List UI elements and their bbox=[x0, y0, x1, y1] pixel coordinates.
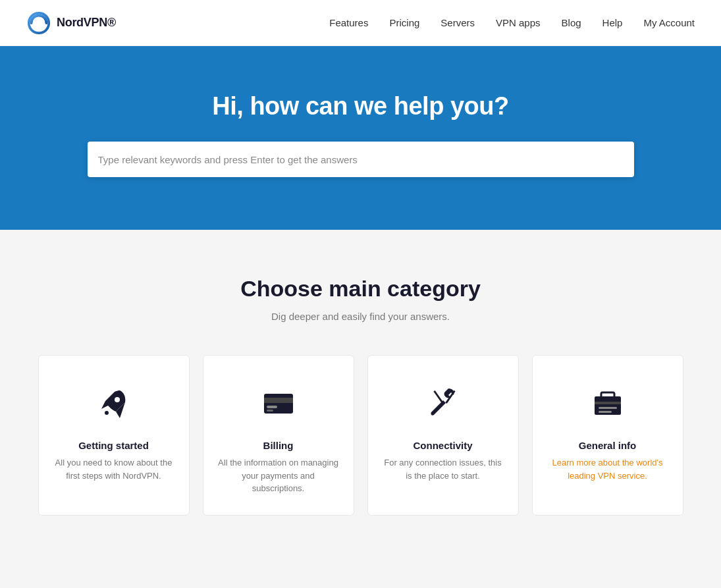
connectivity-desc: For any connection issues, this is the p… bbox=[381, 456, 505, 482]
category-card-general-info[interactable]: General info Learn more about the world'… bbox=[532, 355, 683, 516]
search-input[interactable] bbox=[98, 154, 624, 165]
category-card-connectivity[interactable]: Connectivity For any connection issues, … bbox=[367, 355, 519, 516]
billing-icon bbox=[257, 382, 300, 424]
main-content: Choose main category Dig deeper and easi… bbox=[0, 230, 721, 555]
svg-point-0 bbox=[115, 397, 120, 402]
main-nav: Features Pricing Servers VPN apps Blog H… bbox=[329, 17, 695, 28]
connectivity-info: Connectivity For any connection issues, … bbox=[381, 440, 505, 482]
nav-my-account[interactable]: My Account bbox=[643, 17, 695, 28]
section-subtitle: Dig deeper and easily find your answers. bbox=[26, 311, 695, 322]
billing-desc: All the information on managing your pay… bbox=[217, 456, 340, 495]
getting-started-title: Getting started bbox=[52, 440, 176, 451]
general-info-info: General info Learn more about the world'… bbox=[546, 440, 670, 482]
billing-info: Billing All the information on managing … bbox=[217, 440, 340, 495]
svg-rect-8 bbox=[595, 402, 621, 404]
svg-rect-9 bbox=[599, 407, 617, 409]
getting-started-desc: All you need to know about the first ste… bbox=[52, 456, 176, 482]
getting-started-info: Getting started All you need to know abo… bbox=[52, 440, 176, 482]
search-bar bbox=[88, 142, 634, 177]
logo-text: NordVPN® bbox=[57, 16, 116, 30]
logo-icon bbox=[26, 11, 51, 36]
nav-blog[interactable]: Blog bbox=[562, 17, 581, 28]
svg-rect-10 bbox=[599, 411, 612, 413]
categories-grid: Getting started All you need to know abo… bbox=[26, 355, 695, 516]
nav-pricing[interactable]: Pricing bbox=[389, 17, 419, 28]
svg-point-1 bbox=[105, 411, 109, 415]
general-info-title: General info bbox=[546, 440, 670, 451]
category-card-billing[interactable]: Billing All the information on managing … bbox=[203, 355, 354, 516]
svg-rect-3 bbox=[264, 398, 293, 403]
general-info-icon bbox=[587, 382, 629, 424]
nav-servers[interactable]: Servers bbox=[441, 17, 475, 28]
hero-title: Hi, how can we help you? bbox=[212, 92, 508, 120]
getting-started-icon bbox=[93, 382, 135, 424]
nav-help[interactable]: Help bbox=[602, 17, 623, 28]
svg-rect-4 bbox=[267, 406, 277, 408]
logo[interactable]: NordVPN® bbox=[26, 11, 116, 36]
category-card-getting-started[interactable]: Getting started All you need to know abo… bbox=[38, 355, 190, 516]
svg-rect-5 bbox=[267, 410, 273, 412]
connectivity-icon bbox=[422, 382, 464, 424]
billing-title: Billing bbox=[217, 440, 340, 451]
hero-section: Hi, how can we help you? bbox=[0, 46, 721, 230]
nav-vpn-apps[interactable]: VPN apps bbox=[496, 17, 541, 28]
site-header: NordVPN® Features Pricing Servers VPN ap… bbox=[0, 0, 721, 46]
general-info-desc: Learn more about the world's leading VPN… bbox=[546, 456, 670, 482]
svg-rect-7 bbox=[601, 392, 614, 398]
connectivity-title: Connectivity bbox=[381, 440, 505, 451]
nav-features[interactable]: Features bbox=[329, 17, 368, 28]
section-title: Choose main category bbox=[26, 276, 695, 302]
